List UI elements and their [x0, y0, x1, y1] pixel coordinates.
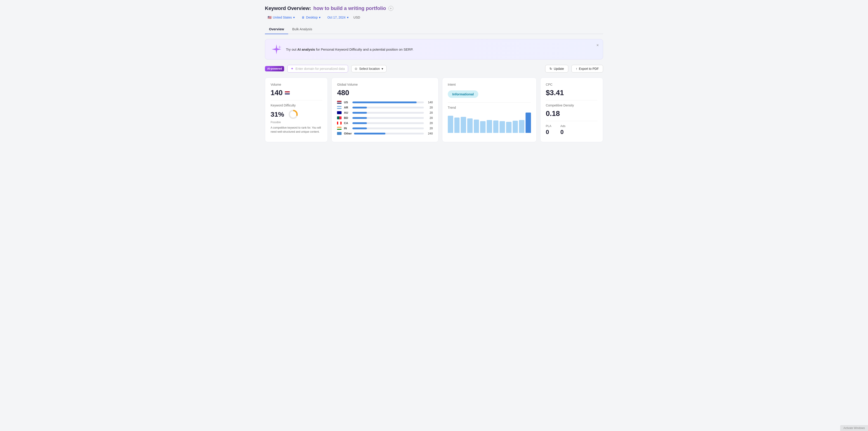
- country-code-label: IN: [344, 127, 350, 130]
- chevron-down-icon: ▾: [319, 16, 320, 19]
- volume-value: 140: [271, 89, 322, 97]
- country-bar-fill: [352, 117, 367, 119]
- country-bar-background: [352, 122, 424, 124]
- country-bar-fill: [352, 112, 367, 114]
- cpc-label: CPC: [546, 83, 597, 86]
- country-count-label: 140: [426, 100, 433, 104]
- flag-ca-icon: [337, 122, 342, 125]
- country-code-label: BD: [344, 116, 350, 120]
- country-bar-background: [352, 101, 424, 103]
- tab-overview[interactable]: Overview: [265, 25, 288, 34]
- kd-possible-label: Possible: [271, 121, 322, 124]
- volume-kd-card: Volume 140 Keyword Difficulty 31%: [265, 78, 328, 142]
- device-filter-button[interactable]: 🖥 Desktop ▾: [299, 14, 323, 20]
- ads-value: 0: [560, 129, 565, 135]
- trend-bar: [493, 120, 499, 133]
- trend-label: Trend: [448, 106, 531, 110]
- pla-ads-section: PLA 0 Ads 0: [546, 124, 597, 135]
- country-filter-button[interactable]: 🇺🇸 United States ▾: [265, 14, 298, 20]
- country-count-label: 20: [426, 116, 433, 120]
- kd-donut-chart: [288, 110, 298, 119]
- kd-label: Keyword Difficulty: [271, 103, 322, 107]
- export-icon: ↑: [576, 67, 577, 70]
- country-bar-fill: [352, 122, 367, 124]
- global-volume-value: 480: [337, 89, 433, 97]
- ai-powered-badge: AI-powered: [265, 66, 284, 71]
- country-bar-fill: [352, 107, 367, 109]
- intent-badge: Informational: [448, 90, 478, 98]
- activate-windows-hint: Activate Windows: [840, 425, 868, 431]
- us-flag-icon: [285, 91, 290, 94]
- tabs-bar: Overview Bulk Analysis: [265, 25, 603, 34]
- trend-chart: [448, 113, 531, 133]
- export-pdf-button[interactable]: ↑ Export to PDF: [571, 65, 603, 72]
- country-row: CA20: [337, 121, 433, 125]
- country-row: US140: [337, 100, 433, 104]
- country-row: IN20: [337, 127, 433, 130]
- country-row: AU20: [337, 111, 433, 114]
- flag-au-icon: [337, 111, 342, 114]
- country-bar-background: [352, 112, 424, 114]
- country-code-label: CA: [344, 121, 350, 125]
- country-count-label: 20: [426, 106, 433, 109]
- page-header: Keyword Overview: how to build a writing…: [265, 5, 603, 11]
- trend-bar: [487, 120, 492, 133]
- country-bar-fill: [354, 133, 385, 134]
- tab-bulk-analysis[interactable]: Bulk Analysis: [288, 25, 316, 34]
- page-title-static: Keyword Overview:: [265, 5, 311, 11]
- flag-bd-icon: [337, 116, 342, 119]
- intent-trend-card: Intent Informational Trend: [442, 78, 537, 142]
- country-code-label: AU: [344, 111, 350, 114]
- ai-banner-close-button[interactable]: ×: [596, 43, 599, 48]
- ai-banner: Try out AI analysis for Personal Keyword…: [265, 39, 603, 59]
- date-label: Oct 17, 2024: [327, 16, 345, 19]
- volume-label: Volume: [271, 83, 322, 86]
- trend-bar: [506, 122, 512, 133]
- kd-value: 31%: [271, 111, 284, 118]
- country-list: US140AR20AU20BD20CA20IN20Other240: [337, 100, 433, 135]
- competitive-density-value: 0.18: [546, 110, 597, 118]
- country-bar-background: [352, 107, 424, 109]
- cpc-value: $3.41: [546, 89, 597, 97]
- add-keyword-button[interactable]: +: [388, 6, 393, 11]
- competitive-density-label: Competitive Density: [546, 103, 597, 107]
- global-volume-card: Global Volume 480 US140AR20AU20BD20CA20I…: [331, 78, 438, 142]
- trend-bar: [461, 117, 466, 133]
- date-filter-button[interactable]: Oct 17, 2024 ▾: [324, 14, 351, 20]
- flag-in-icon: [337, 127, 342, 130]
- chevron-down-icon: ▾: [293, 16, 295, 19]
- trend-bar: [448, 116, 453, 133]
- us-flag-icon: 🇺🇸: [268, 16, 272, 19]
- country-count-label: 240: [426, 132, 433, 135]
- cpc-cd-pla-card: CPC $3.41 Competitive Density 0.18 PLA 0…: [540, 78, 603, 142]
- intent-label: Intent: [448, 83, 531, 86]
- pla-item: PLA 0: [546, 124, 552, 135]
- device-label: Desktop: [306, 16, 318, 19]
- trend-bar: [480, 121, 486, 133]
- country-code-label: AR: [344, 106, 350, 109]
- location-select-button[interactable]: ⊙ Select location ▾: [351, 65, 386, 72]
- ads-label: Ads: [560, 124, 565, 128]
- ai-sparkle-icon: [271, 43, 282, 55]
- trend-bar: [454, 118, 460, 133]
- chevron-down-icon: ▾: [381, 67, 383, 70]
- country-code-label: Other: [344, 132, 352, 135]
- country-row: BD20: [337, 116, 433, 120]
- domain-placeholder: Enter domain for personalized data: [296, 67, 345, 70]
- refresh-icon: ↻: [550, 67, 552, 70]
- country-bar-fill: [352, 101, 416, 103]
- pla-label: PLA: [546, 124, 552, 128]
- country-row: Other240: [337, 132, 433, 135]
- country-bar-fill: [352, 127, 367, 129]
- sparkle-icon: ✦: [291, 67, 293, 71]
- country-label: United States: [273, 16, 292, 19]
- country-bar-background: [354, 133, 424, 134]
- country-count-label: 20: [426, 121, 433, 125]
- domain-input[interactable]: ✦ Enter domain for personalized data: [287, 65, 348, 72]
- flag-us-icon: [337, 101, 342, 104]
- ads-item: Ads 0: [560, 124, 565, 135]
- trend-bar: [513, 121, 518, 133]
- update-button[interactable]: ↻ Update: [545, 65, 568, 72]
- desktop-icon: 🖥: [302, 16, 305, 19]
- ai-tools-bar: AI-powered ✦ Enter domain for personaliz…: [265, 65, 603, 72]
